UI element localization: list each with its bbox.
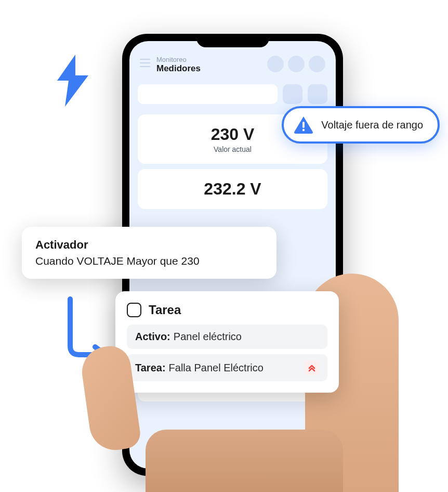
task-name-row[interactable]: Tarea: Falla Panel Eléctrico [127,354,327,381]
search-row [129,79,336,109]
warning-triangle-icon [293,115,314,134]
current-value-label: Valor actual [148,145,317,153]
task-card[interactable]: Tarea Activo: Panel eléctrico Tarea: Fal… [115,291,339,393]
header-titles: Monitoreo Medidores [156,56,261,74]
header-action-button[interactable] [309,56,325,72]
activator-title: Activador [35,238,263,252]
asset-value: Panel eléctrico [174,331,319,343]
task-label: Tarea: [135,362,166,374]
task-title: Tarea [149,303,181,317]
priority-high-icon [305,360,319,375]
header-actions [267,56,325,72]
task-checkbox[interactable] [127,303,141,317]
task-asset-row[interactable]: Activo: Panel eléctrico [127,325,327,349]
search-input[interactable] [138,84,278,104]
activator-card[interactable]: Activador Cuando VOLTAJE Mayor que 230 [22,227,276,279]
alert-text: Voltaje fuera de rango [321,119,423,131]
sort-button[interactable] [308,84,327,104]
second-value: 232.2 V [148,179,317,199]
svg-point-13 [302,129,305,131]
asset-label: Activo: [135,331,170,343]
task-header: Tarea [127,303,327,317]
task-value: Falla Panel Eléctrico [169,362,301,374]
header-title: Medidores [156,63,261,74]
hand-palm [146,430,343,492]
activator-condition: Cuando VOLTAJE Mayor que 230 [35,255,263,267]
voltage-alert-pill[interactable]: Voltaje fuera de rango [282,106,440,144]
svg-rect-12 [302,122,305,128]
phone-notch [196,34,269,47]
lightning-bolt-icon [47,52,99,109]
header-action-button[interactable] [288,56,305,72]
filter-button[interactable] [283,84,302,104]
header-subtitle: Monitoreo [156,56,261,63]
header-action-button[interactable] [267,56,284,72]
second-value-card[interactable]: 232.2 V [138,169,327,209]
menu-icon[interactable] [140,59,150,67]
